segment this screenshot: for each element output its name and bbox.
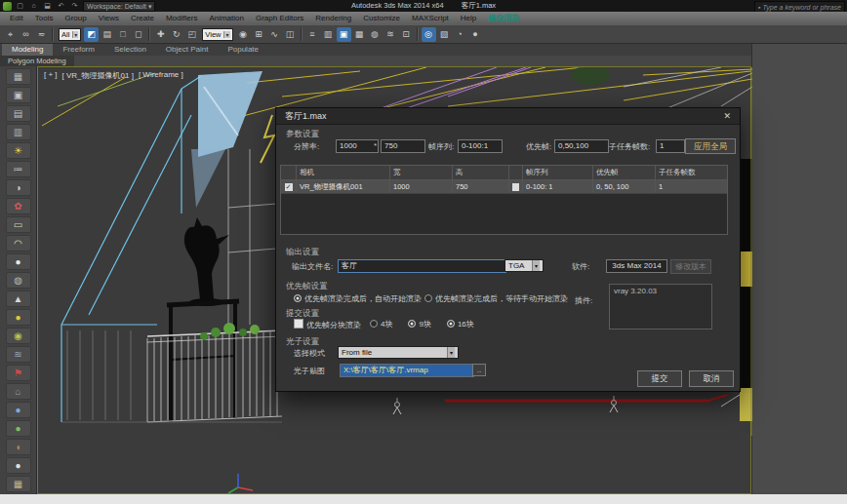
apply-all-button[interactable]: 应用全局 — [685, 138, 736, 154]
job-table-cell[interactable]: ✓ — [281, 180, 297, 193]
tab-modeling[interactable]: Modeling — [2, 44, 53, 56]
curve-editor-icon[interactable]: ≋ — [383, 27, 398, 42]
new-file-icon[interactable]: ▢ — [15, 1, 25, 11]
left-toolbar-icon-16[interactable]: ⚑ — [6, 365, 31, 381]
photon-map-input[interactable]: X:\客厅\客厅\客厅.vrmap — [340, 364, 474, 377]
format-dropdown[interactable]: TGA▾ — [504, 259, 544, 272]
job-table-cell[interactable]: 750 — [453, 180, 509, 193]
max-logo-icon[interactable] — [3, 2, 12, 11]
photon-mode-dropdown[interactable]: From file▾ — [338, 346, 459, 359]
row-checkbox[interactable] — [512, 183, 519, 191]
tab-polygon-modeling[interactable]: Polygon Modeling — [0, 56, 74, 66]
radio-wait-start[interactable]: 优先帧渲染完成后，等待手动开始渲染 — [424, 293, 568, 304]
job-table-cell[interactable]: 0-100: 1 — [523, 180, 593, 193]
priority-frames-input[interactable]: 0,50,100 — [554, 139, 609, 153]
save-file-icon[interactable]: ⬓ — [42, 1, 53, 11]
viewport-menu-plus[interactable]: [ + ] — [44, 70, 58, 81]
left-toolbar-icon-11[interactable]: ◍ — [6, 272, 31, 289]
select-and-rotate-icon[interactable]: ↻ — [169, 27, 183, 42]
select-and-scale-icon[interactable]: ◰ — [184, 27, 199, 42]
render-setup-icon[interactable]: ▧ — [437, 27, 452, 42]
angle-snap-icon[interactable]: ∿ — [267, 27, 282, 42]
left-toolbar-icon-6[interactable]: ◑ — [6, 179, 31, 196]
menu-item-Create[interactable]: Create — [125, 12, 160, 24]
chunk-checkbox[interactable]: 优先帧分块渲染 — [294, 319, 361, 330]
res-height-input[interactable]: 750 — [381, 139, 425, 153]
layer-manager-icon[interactable]: ▦ — [352, 27, 367, 42]
left-toolbar-icon-9[interactable]: ◠ — [6, 235, 31, 252]
command-panel[interactable] — [751, 44, 847, 494]
job-table-cell[interactable]: VR_物理摄像机001 — [297, 180, 390, 193]
redo-icon[interactable]: ↷ — [69, 1, 80, 11]
menu-item-Rendering[interactable]: Rendering — [309, 12, 357, 24]
select-object-icon[interactable]: ◩ — [84, 27, 99, 42]
left-toolbar-icon-3[interactable]: ▥ — [6, 124, 31, 140]
radio-auto-start[interactable]: 优先帧渲染完成后，自动开始渲染 — [294, 293, 422, 304]
reference-coordinate-dropdown[interactable]: View▾ — [202, 28, 232, 41]
tab-object-paint[interactable]: Object Paint — [156, 44, 219, 56]
viewport-camera-label[interactable]: [ VR_物理摄像机01 ] — [62, 70, 134, 81]
menu-item-Edit[interactable]: Edit — [4, 12, 29, 24]
chunk-option-9块[interactable]: 9块 — [408, 320, 430, 329]
menu-item-Animation[interactable]: Animation — [203, 12, 250, 24]
frames-input[interactable]: 0-100:1 — [458, 139, 503, 153]
window-crossing-icon[interactable]: ◻ — [131, 27, 145, 42]
subtask-input[interactable]: 1 — [656, 139, 685, 153]
unlink-selection-icon[interactable]: ∞ — [19, 27, 33, 42]
undo-icon[interactable]: ↶ — [56, 1, 66, 11]
left-toolbar-icon-1[interactable]: ▣ — [6, 87, 31, 103]
job-table-cell[interactable]: 1 — [656, 180, 727, 193]
viewport-shading-label[interactable]: [ Wireframe ] — [139, 70, 183, 81]
menu-item-Help[interactable]: Help — [455, 12, 482, 24]
left-toolbar-icon-4[interactable]: ☀ — [6, 142, 31, 159]
left-toolbar-icon-8[interactable]: ▭ — [6, 216, 31, 233]
tab-selection[interactable]: Selection — [104, 44, 156, 56]
left-toolbar-icon-22[interactable]: ▦ — [6, 476, 31, 492]
menu-item-MAXScript[interactable]: MAXScript — [406, 12, 455, 24]
menu-item-Modifiers[interactable]: Modifiers — [160, 12, 203, 24]
job-table-cell[interactable]: 0, 50, 100 — [593, 180, 656, 193]
res-width-input[interactable]: 1000 — [336, 139, 379, 153]
left-toolbar-icon-12[interactable]: ▲ — [6, 291, 31, 307]
mirror-icon[interactable]: ▥ — [321, 27, 336, 42]
left-toolbar-icon-10[interactable]: ● — [6, 253, 31, 270]
left-toolbar-icon-5[interactable]: ≔ — [6, 161, 31, 177]
bind-to-space-warp-icon[interactable]: ≂ — [34, 27, 49, 42]
job-table-cell[interactable]: 1000 — [390, 180, 453, 193]
percent-snap-icon[interactable]: ◫ — [283, 27, 298, 42]
cancel-button[interactable]: 取消 — [689, 370, 734, 387]
left-toolbar-icon-20[interactable]: ◖ — [6, 439, 31, 455]
named-selection-icon[interactable]: ≡ — [305, 27, 320, 42]
tab-populate[interactable]: Populate — [218, 44, 268, 56]
left-toolbar-icon-13[interactable]: ● — [6, 309, 31, 326]
rectangular-selection-icon[interactable]: □ — [115, 27, 130, 42]
graphite-ribbon-icon[interactable]: ◍ — [368, 27, 383, 42]
menu-item-Tools[interactable]: Tools — [29, 12, 60, 24]
chunk-option-16块[interactable]: 16块 — [447, 320, 474, 329]
menu-item-Customize[interactable]: Customize — [357, 12, 406, 24]
left-toolbar-icon-18[interactable]: ● — [6, 402, 31, 418]
row-checkbox[interactable]: ✓ — [285, 183, 293, 191]
rendered-frame-icon[interactable]: ◔ — [453, 27, 467, 42]
menu-item-提交渲染[interactable]: 提交渲染 — [482, 12, 525, 24]
left-toolbar-icon-0[interactable]: ▦ — [6, 68, 31, 85]
left-toolbar-icon-19[interactable]: ● — [6, 420, 31, 437]
selection-filter-dropdown[interactable]: All▾ — [59, 28, 81, 41]
select-by-name-icon[interactable]: ▤ — [100, 27, 114, 42]
schematic-view-icon[interactable]: ⊡ — [399, 27, 414, 42]
left-toolbar-icon-7[interactable]: ✿ — [6, 198, 31, 214]
menu-item-Group[interactable]: Group — [59, 12, 92, 24]
left-toolbar-icon-21[interactable]: ● — [6, 457, 31, 474]
open-file-icon[interactable]: ⌂ — [28, 1, 39, 11]
job-table[interactable]: 相机宽高帧序列优先帧子任务帧数 ✓VR_物理摄像机00110007500-100… — [280, 165, 728, 235]
menu-item-Views[interactable]: Views — [93, 12, 125, 24]
tab-freeform[interactable]: Freeform — [53, 44, 103, 56]
left-toolbar-icon-2[interactable]: ▤ — [6, 105, 31, 122]
left-toolbar-icon-15[interactable]: ≋ — [6, 346, 31, 363]
snaps-toggle-icon[interactable]: ⊞ — [252, 27, 266, 42]
align-icon[interactable]: ▣ — [337, 27, 351, 42]
change-version-button[interactable]: 修改版本 — [670, 259, 711, 274]
submit-button[interactable]: 提交 — [637, 370, 682, 387]
browse-button[interactable]: .. — [472, 364, 486, 376]
job-table-cell[interactable] — [509, 180, 523, 193]
